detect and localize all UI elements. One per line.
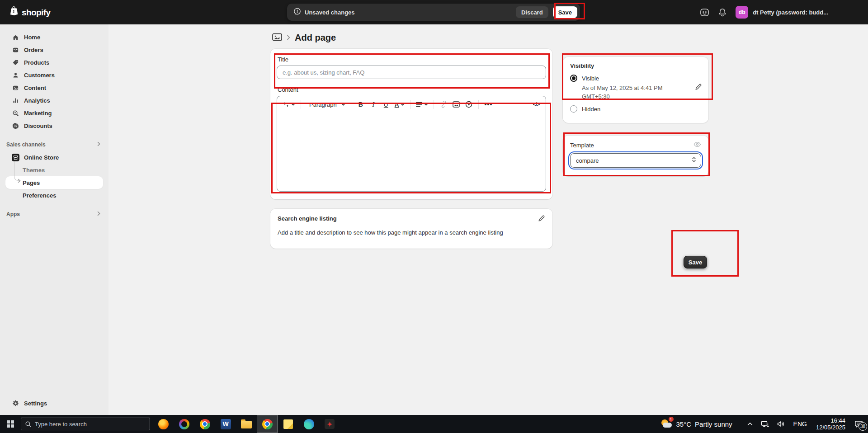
clock-date: 12/05/2025 xyxy=(816,424,845,431)
sales-channels-header[interactable]: Sales channels xyxy=(5,138,103,151)
paragraph-style-button[interactable]: Paragraph xyxy=(305,99,347,110)
system-tray: 1 35°C Partly sunny ENG 16:44 12/05/2025 xyxy=(661,417,868,431)
color-letter: A xyxy=(395,101,399,108)
edit-pencil-icon[interactable] xyxy=(538,215,545,224)
sidebar-item-customers[interactable]: Customers xyxy=(5,69,103,81)
start-button[interactable] xyxy=(0,415,21,433)
colorful-app-icon[interactable] xyxy=(174,415,194,433)
pages-breadcrumb-icon[interactable] xyxy=(272,33,282,43)
sidebar-item-label: Pages xyxy=(23,179,40,186)
sidekick-icon[interactable] xyxy=(700,8,709,17)
italic-button[interactable]: I xyxy=(368,99,379,110)
chevron-right-icon xyxy=(97,211,100,217)
sidebar-item-label: Online Store xyxy=(24,154,59,161)
floating-save-button[interactable]: Save xyxy=(684,256,707,268)
page-title: Add page xyxy=(295,33,336,43)
edit-visibility-pencil-icon[interactable] xyxy=(695,83,702,92)
underline-button[interactable]: U xyxy=(380,99,392,110)
windows-logo-icon xyxy=(7,420,14,428)
chrome-active-icon[interactable] xyxy=(257,415,278,433)
notification-bell-icon[interactable] xyxy=(718,8,726,17)
template-selected-value: compare xyxy=(576,157,692,164)
weather-temp: 35°C xyxy=(676,420,692,428)
editor-text-area[interactable] xyxy=(277,113,546,191)
language-indicator[interactable]: ENG xyxy=(793,420,807,428)
sidebar-item-home[interactable]: Home xyxy=(5,31,103,43)
save-button[interactable]: Save xyxy=(553,6,577,18)
link-button[interactable] xyxy=(438,99,449,110)
sidebar-item-analytics[interactable]: Analytics xyxy=(5,94,103,107)
sidebar-item-label: Products xyxy=(24,59,49,66)
file-explorer-icon[interactable] xyxy=(236,415,257,433)
sidebar-item-discounts[interactable]: Discounts xyxy=(5,119,103,132)
insert-video-button[interactable] xyxy=(463,99,475,110)
sidebar-item-marketing[interactable]: Marketing xyxy=(5,107,103,119)
apps-label: Apps xyxy=(6,211,20,217)
action-center-icon[interactable]: 38 xyxy=(852,417,865,431)
sidebar-item-themes[interactable]: Themes xyxy=(5,164,103,176)
text-color-button[interactable]: A xyxy=(393,99,407,110)
sidebar-item-products[interactable]: Products xyxy=(5,56,103,69)
home-icon xyxy=(12,34,19,41)
unsaved-changes-label: Unsaved changes xyxy=(305,9,516,16)
sticky-notes-icon[interactable] xyxy=(278,415,298,433)
shopify-logo[interactable]: shopify xyxy=(8,6,50,19)
template-select[interactable]: compare xyxy=(570,153,701,168)
firefox-icon[interactable] xyxy=(153,415,174,433)
topbar: shopify Unsaved changes Discard Save db … xyxy=(0,0,868,24)
speaker-icon[interactable] xyxy=(777,421,785,427)
taskbar-weather[interactable]: 1 35°C Partly sunny xyxy=(661,419,732,429)
shopify-wordmark: shopify xyxy=(22,8,50,18)
radio-unselected-icon[interactable] xyxy=(570,105,577,113)
user-name[interactable]: dt Petty (password: budd... xyxy=(753,9,828,16)
discard-button[interactable]: Discard xyxy=(516,6,548,18)
bold-button[interactable]: B xyxy=(355,99,367,110)
visible-label: Visible xyxy=(582,75,599,82)
sidebar-item-preferences[interactable]: Preferences xyxy=(5,189,103,202)
shopify-admin-screenshot: shopify Unsaved changes Discard Save db … xyxy=(0,0,868,433)
sidebar-item-label: Content xyxy=(24,85,46,91)
magic-ai-button[interactable] xyxy=(281,99,297,110)
toolbar-divider xyxy=(478,100,479,109)
avatar[interactable]: db xyxy=(736,6,748,19)
alignment-button[interactable] xyxy=(414,99,430,110)
chrome-icon[interactable] xyxy=(194,415,215,433)
chevron-down-icon xyxy=(341,103,345,106)
more-options-button[interactable]: ••• xyxy=(482,99,494,110)
taskbar-clock[interactable]: 16:44 12/05/2025 xyxy=(816,417,845,431)
sparkle-icon xyxy=(283,101,289,108)
red-app-icon[interactable] xyxy=(319,415,340,433)
apps-header[interactable]: Apps xyxy=(5,208,103,221)
taskbar-apps: W xyxy=(153,415,340,433)
sidebar-item-label: Marketing xyxy=(24,110,52,117)
hidden-radio-row[interactable]: Hidden xyxy=(570,105,701,113)
template-card: Template compare xyxy=(563,136,708,176)
insert-image-button[interactable] xyxy=(450,99,462,110)
eye-icon xyxy=(693,141,701,149)
content-label: Content xyxy=(278,86,546,93)
edge-icon[interactable] xyxy=(298,415,319,433)
word-icon[interactable]: W xyxy=(215,415,236,433)
sidebar-item-online-store[interactable]: Online Store xyxy=(5,151,103,164)
image-icon xyxy=(453,101,460,108)
visible-radio-row[interactable]: Visible xyxy=(570,75,701,82)
network-icon[interactable] xyxy=(761,421,769,428)
taskbar-search[interactable]: Type here to search xyxy=(21,418,150,430)
radio-selected-icon[interactable] xyxy=(570,75,577,82)
sidebar-item-content[interactable]: Content xyxy=(5,81,103,94)
sidebar-item-settings[interactable]: Settings xyxy=(5,397,103,409)
sidebar-item-label: Discounts xyxy=(24,122,52,129)
unsaved-changes-bar: Unsaved changes Discard Save xyxy=(287,4,580,21)
title-input[interactable] xyxy=(277,66,546,79)
sidebar-item-orders[interactable]: Orders xyxy=(5,43,103,56)
bar-chart-icon xyxy=(12,97,19,104)
notification-count-badge: 38 xyxy=(859,422,867,431)
title-label: Title xyxy=(278,56,546,63)
visibility-card: Visibility Visible As of May 12, 2025 at… xyxy=(563,57,708,123)
sidebar-item-pages[interactable]: Pages xyxy=(5,176,103,189)
chevron-up-icon[interactable] xyxy=(747,422,753,426)
visibility-schedule: As of May 12, 2025 at 4:41 PM GMT+5:30 xyxy=(582,84,677,101)
weather-icon: 1 xyxy=(661,419,673,429)
code-view-button[interactable]: </> xyxy=(530,99,542,110)
sidebar-item-label: Analytics xyxy=(24,97,50,104)
